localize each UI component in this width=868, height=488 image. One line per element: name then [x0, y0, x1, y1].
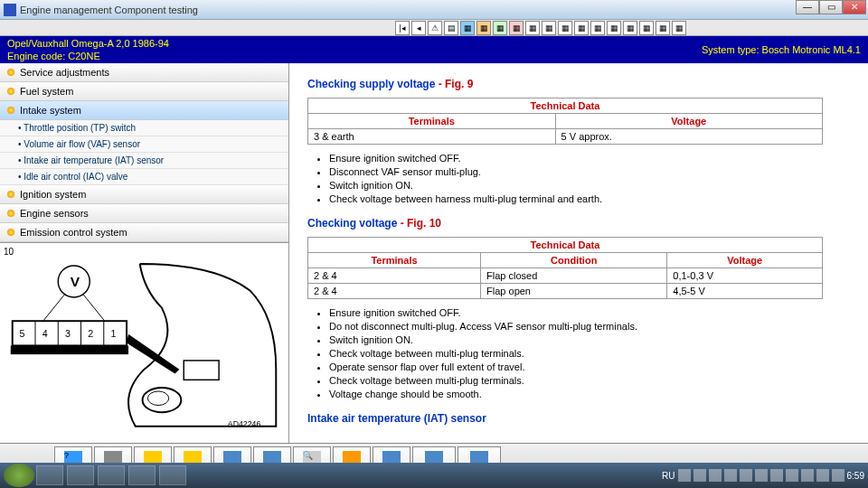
sub-iac[interactable]: Idle air control (IAC) valve	[0, 169, 288, 185]
sec1-fig: - Fig. 9	[435, 78, 473, 90]
tool-icon[interactable]: ▦	[525, 21, 540, 35]
nav-fuel[interactable]: Fuel system	[0, 82, 288, 101]
svg-text:4: 4	[42, 328, 48, 339]
tool-icon[interactable]: ▦	[476, 21, 491, 35]
svg-text:V: V	[71, 274, 80, 289]
tool-icon[interactable]: ▦	[590, 21, 605, 35]
connector-diagram: V 5 4 3 2 1 AD42246	[4, 247, 285, 439]
window-title: Engine management Component testing	[20, 5, 864, 15]
vehicle-label: Opel/Vauxhall Omega-A 2,0 1986-94	[7, 37, 702, 50]
table-supply-voltage: Technical Data TerminalsVoltage 3 & eart…	[307, 98, 823, 145]
taskbar-item[interactable]	[128, 465, 156, 485]
doc-icon[interactable]: ▤	[444, 21, 458, 35]
nav-ignition[interactable]: Ignition system	[0, 185, 288, 204]
nav-first-icon[interactable]: |◂	[395, 21, 410, 35]
nav-prev-icon[interactable]: ◂	[411, 21, 426, 35]
taskbar-item[interactable]	[98, 465, 125, 485]
nav-sensors[interactable]: Engine sensors	[0, 204, 288, 223]
taskbar-item[interactable]	[36, 465, 63, 485]
tray-icon[interactable]	[709, 469, 722, 482]
sec3-title: Intake air temperature (IAT) sensor	[307, 412, 850, 425]
sec1-steps: Ensure ignition switched OFF.Disconnect …	[329, 152, 850, 206]
tray-icon[interactable]	[786, 469, 798, 482]
close-button[interactable]: ✕	[843, 0, 866, 14]
svg-rect-17	[184, 361, 219, 380]
table-voltage: Technical Data TerminalsConditionVoltage…	[307, 237, 823, 299]
tray-icon[interactable]	[740, 469, 752, 482]
tool-icon[interactable]: ▦	[656, 21, 670, 35]
tray-icon[interactable]	[770, 469, 783, 482]
sub-vaf[interactable]: Volume air flow (VAF) sensor	[0, 136, 288, 153]
sub-iat[interactable]: Intake air temperature (IAT) sensor	[0, 153, 288, 169]
tray-icon[interactable]	[678, 469, 691, 482]
sec2-fig: - Fig. 10	[397, 217, 441, 230]
tool-icon[interactable]: ▦	[542, 21, 556, 35]
svg-line-3	[82, 294, 104, 321]
fig-number: 10	[4, 247, 14, 257]
engine-label: Engine code: C20NE	[7, 50, 702, 62]
tool-icon[interactable]: ▦	[509, 21, 524, 35]
tool-icon[interactable]: ▦	[460, 21, 475, 35]
toolbar: |◂ ◂ ⚠ ▤ ▦ ▦ ▦ ▦ ▦ ▦ ▦ ▦ ▦ ▦ ▦ ▦ ▦ ▦ — ▭…	[0, 20, 868, 36]
nav-intake[interactable]: Intake system	[0, 101, 288, 120]
content-pane[interactable]: Checking supply voltage - Fig. 9 Technic…	[289, 63, 868, 443]
tool-icon[interactable]: ▦	[558, 21, 572, 35]
minimize-button[interactable]: —	[796, 0, 819, 14]
taskbar-item[interactable]	[67, 465, 94, 485]
diagram-panel: 10 V 5 4 3 2 1	[0, 242, 288, 443]
sidebar: Service adjustments Fuel system Intake s…	[0, 63, 289, 443]
lang-indicator[interactable]: RU	[662, 471, 675, 481]
tray-icon[interactable]	[693, 469, 706, 482]
svg-rect-14	[11, 345, 128, 354]
tool-icon[interactable]: ▦	[607, 21, 621, 35]
nav-emission[interactable]: Emission control system	[0, 223, 288, 242]
svg-point-16	[147, 391, 168, 406]
start-button[interactable]	[4, 464, 34, 487]
titlebar: Engine management Component testing	[0, 0, 868, 20]
tray-icon[interactable]	[724, 469, 737, 482]
tool-icon[interactable]: ▦	[623, 21, 637, 35]
tool-icon[interactable]: ▦	[493, 21, 507, 35]
taskbar: RU 6:59	[0, 463, 868, 488]
svg-line-2	[43, 294, 65, 321]
sec1-title: Checking supply voltage	[307, 78, 435, 90]
system-tray: RU 6:59	[662, 469, 864, 482]
svg-text:5: 5	[19, 328, 24, 339]
warn-icon[interactable]: ⚠	[428, 21, 442, 35]
tool-icon[interactable]: ▦	[672, 21, 686, 35]
maximize-button[interactable]: ▭	[819, 0, 843, 14]
info-bar: Opel/Vauxhall Omega-A 2,0 1986-94 Engine…	[0, 36, 868, 63]
tool-icon[interactable]: ▦	[639, 21, 654, 35]
sub-tp[interactable]: Throttle position (TP) switch	[0, 120, 288, 136]
tool-icon[interactable]: ▦	[574, 21, 589, 35]
nav-service[interactable]: Service adjustments	[0, 63, 288, 82]
tray-icon[interactable]	[801, 469, 814, 482]
tray-icon[interactable]	[755, 469, 768, 482]
svg-text:2: 2	[88, 328, 93, 339]
taskbar-item[interactable]	[159, 465, 186, 485]
diagram-code: AD42246	[228, 419, 261, 428]
clock[interactable]: 6:59	[847, 471, 864, 481]
sec2-steps: Ensure ignition switched OFF.Do not disc…	[329, 306, 850, 401]
svg-text:3: 3	[65, 328, 71, 339]
system-label: System type: Bosch Motronic ML4.1	[702, 44, 861, 55]
svg-text:1: 1	[111, 328, 117, 339]
tray-icon[interactable]	[816, 469, 829, 482]
app-icon	[4, 4, 16, 16]
tray-icon[interactable]	[832, 469, 844, 482]
sec2-title: Checking voltage	[307, 217, 397, 230]
